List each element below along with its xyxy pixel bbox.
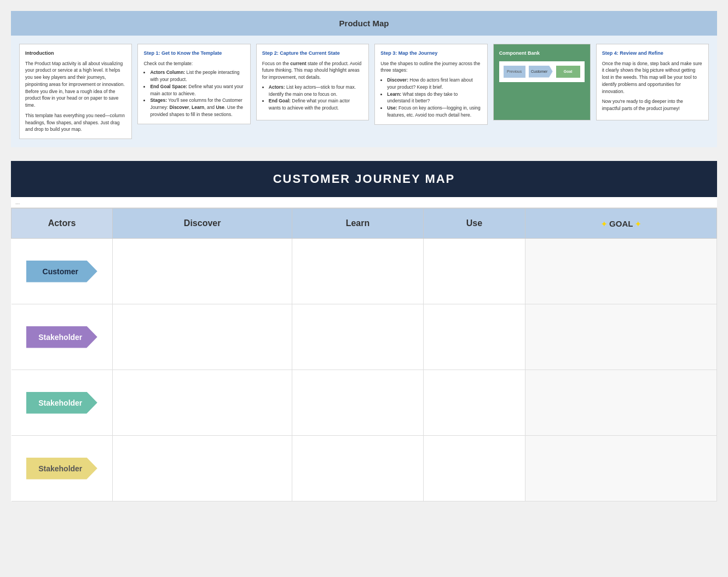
journey-toolbar: ... (11, 197, 717, 208)
step3-card: Step 3: Map the Journey Use the shapes t… (374, 44, 487, 125)
step3-title: Step 3: Map the Journey (380, 50, 481, 57)
goal-cell-customer (525, 239, 717, 304)
step1-title: Step 1: Get to Know the Template (143, 50, 244, 57)
step3-list: Discover: How do actors first learn abou… (380, 77, 481, 119)
step1-card: Step 1: Get to Know the Template Check o… (137, 44, 250, 124)
col-goal: ✦ GOAL ✦ (525, 209, 717, 239)
journey-section: CUSTOMER JOURNEY MAP ... Actors Discover… (11, 161, 717, 501)
step4-body2: Now you're ready to dig deeper into the … (602, 98, 703, 112)
cards-section: Introduction The Product Map activity is… (11, 36, 717, 147)
col-discover: Discover (113, 209, 292, 239)
actor-row-stakeholder3: Stakeholder (11, 436, 717, 501)
customer-arrow-shape: Customer (529, 66, 553, 78)
goal-cell-s3 (525, 436, 717, 501)
step2-card: Step 2: Capture the Current State Focus … (256, 44, 369, 120)
goal-cell-s2 (525, 370, 717, 436)
step1-intro: Check out the template: (143, 60, 244, 67)
use-cell-s1 (423, 304, 525, 370)
actor-cell-stakeholder1: Stakeholder (11, 304, 113, 370)
stakeholder2-arrow: Stakeholder (26, 392, 97, 414)
actor-cell-customer: Customer (11, 239, 113, 304)
col-learn: Learn (292, 209, 423, 239)
journey-title: CUSTOMER JOURNEY MAP (273, 172, 455, 186)
goal-label: GOAL (609, 219, 635, 228)
use-cell-customer (423, 239, 525, 304)
learn-cell-s3 (292, 436, 423, 501)
prev-shape: Previous (504, 66, 525, 78)
step4-body: Once the map is done, step back and make… (602, 60, 703, 95)
journey-header: CUSTOMER JOURNEY MAP (11, 161, 717, 197)
step3-body: Use the shapes to outline the journey ac… (380, 60, 481, 74)
discover-cell-s3 (113, 436, 292, 501)
stakeholder1-arrow: Stakeholder (26, 326, 97, 348)
intro-card-title: Introduction (25, 50, 126, 57)
discover-cell-s2 (113, 370, 292, 436)
learn-cell-s2 (292, 370, 423, 436)
actor-row-stakeholder1: Stakeholder (11, 304, 717, 370)
goal-cell-s1 (525, 304, 717, 370)
intro-card: Introduction The Product Map activity is… (19, 44, 132, 139)
step1-list: Actors Column: List the people interacti… (143, 69, 244, 118)
stakeholder3-arrow: Stakeholder (26, 458, 97, 480)
col-use: Use (423, 209, 525, 239)
discover-cell-s1 (113, 304, 292, 370)
col-header-row: Actors Discover Learn Use ✦ GOAL ✦ (11, 209, 717, 239)
intro-card-body2: This template has everything you need—co… (25, 112, 126, 133)
step2-body: Focus on the current state of the produc… (262, 60, 363, 81)
journey-table: Actors Discover Learn Use ✦ GOAL ✦ (11, 208, 717, 501)
goal-box: Goal (556, 66, 580, 78)
learn-cell-s1 (292, 304, 423, 370)
actor-row-customer: Customer (11, 239, 717, 304)
col-actors: Actors (11, 209, 113, 239)
component-bank-card: Component Bank Previous Customer Goal (493, 44, 591, 120)
component-bank-title: Component Bank (499, 50, 585, 57)
header-title: Product Map (339, 19, 389, 28)
component-bank-inner: Previous Customer Goal (499, 61, 585, 82)
goal-shape: Goal (556, 66, 580, 78)
customer-arrow: Customer (26, 261, 97, 282)
step2-title: Step 2: Capture the Current State (262, 50, 363, 57)
intro-card-body: The Product Map activity is all about vi… (25, 60, 126, 109)
use-cell-s2 (423, 370, 525, 436)
use-cell-s3 (423, 436, 525, 501)
actor-row-stakeholder2: Stakeholder (11, 370, 717, 436)
top-header: Product Map (11, 11, 717, 36)
step4-title: Step 4: Review and Refine (602, 50, 703, 57)
toolbar-dots: ... (15, 199, 20, 205)
step4-card: Step 4: Review and Refine Once the map i… (596, 44, 709, 120)
prev-box: Previous (504, 66, 525, 78)
actor-cell-stakeholder3: Stakeholder (11, 436, 113, 501)
learn-cell-customer (292, 239, 423, 304)
customer-shape: Customer (529, 66, 553, 78)
step2-list: Actors: List key actors—stick to four ma… (262, 84, 363, 112)
actor-cell-stakeholder2: Stakeholder (11, 370, 113, 436)
discover-cell-customer (113, 239, 292, 304)
